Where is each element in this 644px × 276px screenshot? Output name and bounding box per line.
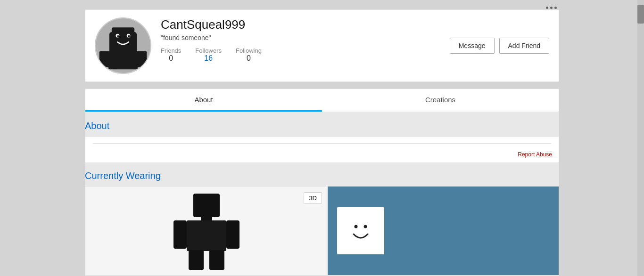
followers-value: 16 [204,54,213,63]
currently-wearing-title: Currently Wearing [85,167,559,186]
svg-rect-10 [193,194,220,217]
scrollbar-thumb[interactable] [637,5,644,24]
avatar-image [96,18,150,73]
following-label: Following [236,47,262,54]
svg-rect-16 [209,250,224,270]
status-text: "found someone" [161,34,450,41]
profile-card: CantSqueal999 "found someone" Friends 0 … [85,9,559,82]
about-section-title: About [85,117,559,136]
about-box: Report Abuse [85,136,559,163]
svg-point-19 [364,225,367,228]
svg-point-18 [355,225,358,228]
scrollbar-track[interactable] [637,0,644,276]
wearing-item-card[interactable] [337,207,384,254]
svg-point-5 [117,35,119,37]
dot-icon [550,7,553,9]
options-menu-button[interactable] [546,7,557,9]
svg-rect-13 [173,220,187,249]
followers-label: Followers [195,47,222,54]
svg-rect-12 [187,220,226,251]
content-area: About Report Abuse Currently Wearing 3D [85,112,559,276]
report-abuse-link[interactable]: Report Abuse [518,151,552,158]
page-wrapper: CantSqueal999 "found someone" Friends 0 … [0,0,644,276]
followers-stat: Followers 16 [195,47,222,63]
svg-rect-8 [99,51,109,67]
avatar [95,17,151,74]
tabs-container: About Creations [85,89,559,112]
tab-about[interactable]: About [85,89,322,112]
svg-point-6 [128,35,130,37]
dot-icon [546,7,548,9]
wearing-items-panel [328,187,559,275]
friends-value: 0 [169,54,173,63]
about-divider [93,143,551,144]
profile-info: CantSqueal999 "found someone" Friends 0 … [161,17,450,63]
svg-rect-9 [137,51,147,67]
message-button[interactable]: Message [450,38,495,54]
following-stat: Following 0 [236,47,262,63]
following-value: 0 [247,54,251,63]
svg-rect-17 [344,214,377,247]
svg-rect-7 [108,51,138,70]
profile-actions: Message Add Friend [450,38,549,54]
username: CantSqueal999 [161,17,450,32]
stats-row: Friends 0 Followers 16 Following 0 [161,47,450,63]
friends-stat: Friends 0 [161,47,181,63]
friends-label: Friends [161,47,181,54]
dot-icon [554,7,557,9]
tab-creations[interactable]: Creations [322,89,559,112]
svg-rect-14 [226,220,239,249]
character-3d-view [169,190,244,272]
smiley-face-item [344,214,377,247]
add-friend-button[interactable]: Add Friend [499,38,549,54]
svg-rect-15 [189,250,204,270]
wearing-3d-panel: 3D [85,187,328,275]
wearing-container: 3D [85,186,559,276]
3d-button[interactable]: 3D [304,192,322,204]
